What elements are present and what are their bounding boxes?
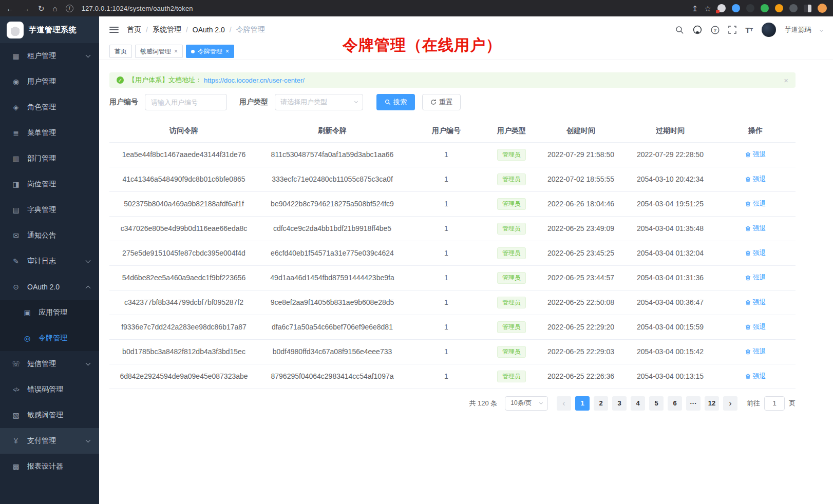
extension-green-icon[interactable]: [761, 4, 769, 12]
sidebar-item-user[interactable]: ◉ 用户管理: [0, 69, 99, 94]
sidebar-item-menu[interactable]: ≣ 菜单管理: [0, 120, 99, 146]
tab-bar: 首页 敏感词管理 × 令牌管理 ×: [99, 43, 833, 60]
sidebar-item-report-designer[interactable]: ▩ 报表设计器: [0, 454, 99, 479]
extension-grid-icon[interactable]: [717, 4, 726, 12]
page-button-1[interactable]: 1: [575, 396, 590, 411]
reset-button[interactable]: 重置: [422, 94, 461, 110]
goto-suffix: 页: [789, 399, 796, 408]
page-button-4[interactable]: 4: [631, 396, 645, 411]
force-logout-button[interactable]: 强退: [745, 150, 766, 159]
extension-color-icon[interactable]: [775, 4, 783, 12]
reload-icon[interactable]: ↻: [38, 5, 45, 12]
force-logout-button[interactable]: 强退: [745, 298, 766, 307]
force-logout-button[interactable]: 强退: [745, 175, 766, 184]
breadcrumb-oauth[interactable]: OAuth 2.0: [193, 26, 225, 34]
filter-form: 用户编号 用户类型 请选择用户类型 搜索 重置: [109, 94, 796, 110]
user-icon: ◉: [11, 77, 21, 86]
back-icon[interactable]: ←: [6, 5, 14, 12]
site-info-icon[interactable]: i: [66, 5, 73, 12]
sidebar-item-sensitive-word[interactable]: ▧ 敏感词管理: [0, 402, 99, 428]
home-icon[interactable]: ⌂: [53, 5, 58, 12]
user-type-select[interactable]: 请选择用户类型: [275, 94, 363, 110]
force-logout-button[interactable]: 强退: [745, 199, 766, 208]
created-cell: 2022-06-25 22:29:03: [537, 339, 625, 364]
breadcrumb-system[interactable]: 系统管理: [153, 25, 181, 34]
user-name[interactable]: 芋道源码: [785, 25, 811, 34]
next-page-button[interactable]: ›: [723, 396, 737, 411]
sidebar-item-token[interactable]: ◎ 令牌管理: [0, 325, 99, 351]
sidebar-item-department[interactable]: ▥ 部门管理: [0, 146, 99, 171]
application-icon: ▣: [23, 308, 32, 317]
collapse-sidebar-icon[interactable]: [109, 27, 119, 33]
close-icon[interactable]: ×: [174, 48, 178, 54]
forward-icon[interactable]: →: [22, 5, 30, 12]
tab-token[interactable]: 令牌管理 ×: [186, 45, 234, 58]
page-button-5[interactable]: 5: [649, 396, 664, 411]
sidebar-item-dictionary[interactable]: ▤ 字典管理: [0, 197, 99, 223]
page-button-3[interactable]: 3: [612, 396, 627, 411]
sidebar-item-notice[interactable]: ✉ 通知公告: [0, 223, 99, 248]
chevron-down-icon[interactable]: [820, 28, 823, 31]
github-icon[interactable]: [693, 25, 702, 34]
page-buttons: ‹ 1 2 3 4 5 6 ··· 12 ›: [557, 396, 737, 411]
sidebar-item-error-code[interactable]: </> 错误码管理: [0, 377, 99, 402]
sidebar-item-sms[interactable]: ☏ 短信管理: [0, 351, 99, 377]
page-button-6[interactable]: 6: [668, 396, 682, 411]
fullscreen-icon[interactable]: [728, 26, 736, 34]
extension-blue-icon[interactable]: [732, 4, 740, 12]
force-logout-button[interactable]: 强退: [745, 347, 766, 356]
sidebar-item-audit-log[interactable]: ✎ 审计日志: [0, 248, 99, 274]
sidebar-item-oauth[interactable]: ⊙ OAuth 2.0: [0, 274, 99, 300]
refresh-token-cell: be90422b8c7946218275a508bf524fc9: [258, 191, 406, 216]
page-button-2[interactable]: 2: [594, 396, 608, 411]
page-size-select[interactable]: 10条/页: [505, 396, 548, 411]
force-logout-button[interactable]: 强退: [745, 372, 766, 381]
page-button-12[interactable]: 12: [705, 396, 719, 411]
search-button[interactable]: 搜索: [376, 94, 415, 110]
user-id-cell: 1: [406, 290, 486, 315]
logo-image: [7, 22, 24, 38]
sidebar-item-role[interactable]: ◈ 角色管理: [0, 94, 99, 120]
access-token-cell: c347026e805e4d99b0d116eae66eda8c: [109, 216, 258, 241]
expires-cell: 2054-03-04 00:15:42: [625, 339, 715, 364]
created-cell: 2022-07-29 21:58:50: [537, 142, 625, 167]
font-size-icon[interactable]: TT: [745, 26, 753, 34]
sidebar-item-pay[interactable]: ¥ 支付管理: [0, 428, 99, 454]
force-logout-button[interactable]: 强退: [745, 224, 766, 233]
sidebar-item-application[interactable]: ▣ 应用管理: [0, 300, 99, 325]
doc-link[interactable]: https://doc.iocoder.cn/user-center/: [204, 76, 305, 84]
sidebar: 芋道管理系统 ▦ 租户管理 ◉ 用户管理 ◈ 角色管理 ≣ 菜单管理 ▥ 部: [0, 16, 99, 504]
extension-puzzle-icon[interactable]: [789, 4, 798, 12]
share-icon[interactable]: ↥: [692, 5, 698, 12]
force-logout-button[interactable]: 强退: [745, 248, 766, 258]
extension-dark-icon[interactable]: [746, 4, 754, 12]
prev-page-button[interactable]: ‹: [557, 396, 571, 411]
action-cell: 强退: [715, 290, 796, 315]
col-user-type: 用户类型: [486, 120, 537, 142]
active-dot-icon: [191, 50, 195, 53]
force-logout-button[interactable]: 强退: [745, 322, 766, 332]
user-id-input[interactable]: [145, 94, 227, 110]
help-icon[interactable]: ?: [711, 26, 720, 34]
bookmark-star-icon[interactable]: ☆: [705, 5, 711, 12]
sidebar-item-tenant[interactable]: ▦ 租户管理: [0, 43, 99, 69]
table-row: c347026e805e4d99b0d116eae66eda8c cdfc4ce…: [109, 216, 796, 241]
sidebar-item-post[interactable]: ◨ 岗位管理: [0, 171, 99, 197]
user-type-cell: 管理员: [486, 142, 537, 167]
user-avatar[interactable]: [762, 23, 776, 37]
address-bar[interactable]: 127.0.0.1:1024/system/oauth2/token: [82, 5, 193, 12]
app-logo: 芋道管理系统: [0, 16, 99, 43]
browser-profile-avatar[interactable]: [818, 4, 827, 13]
goto-page-input[interactable]: [764, 396, 785, 411]
breadcrumb-home[interactable]: 首页: [127, 25, 141, 34]
sensitive-word-icon: ▧: [11, 411, 21, 419]
close-icon[interactable]: ×: [225, 48, 229, 54]
tab-home[interactable]: 首页: [109, 45, 132, 58]
force-logout-button[interactable]: 强退: [745, 273, 766, 282]
tab-sensitive-word[interactable]: 敏感词管理 ×: [135, 45, 183, 58]
extension-split-icon[interactable]: [804, 5, 811, 12]
more-pages-button[interactable]: ···: [686, 396, 701, 411]
user-type-cell: 管理员: [486, 339, 537, 364]
close-icon[interactable]: ×: [784, 76, 788, 85]
search-icon[interactable]: [675, 26, 684, 34]
